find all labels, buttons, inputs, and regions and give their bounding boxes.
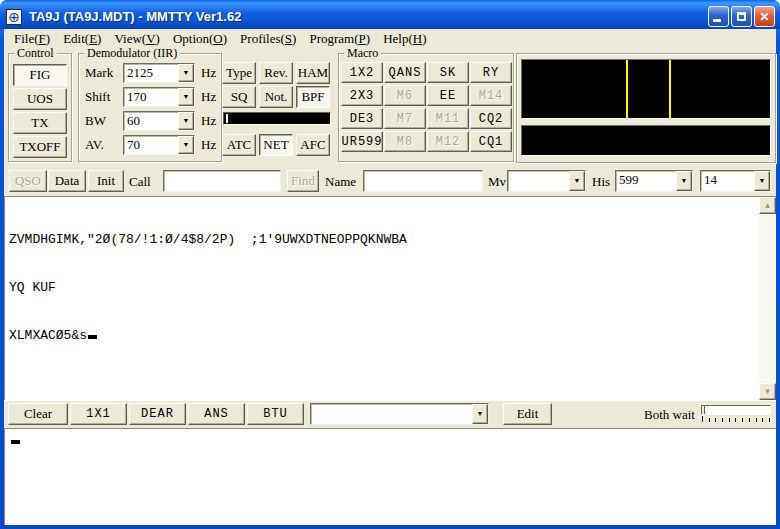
av-combo[interactable]: 70▼	[123, 135, 195, 155]
chevron-down-icon[interactable]: ▼	[178, 112, 194, 130]
menu-profiles[interactable]: Profiles(S)	[234, 29, 303, 50]
close-button[interactable]: ✕	[754, 6, 775, 27]
menu-accel: P	[359, 31, 366, 46]
rx-text-line: ZVMDHGIMK,"2Ø(78/!1:Ø/4$8/2P) ;1'9UWXDTN…	[9, 232, 774, 248]
mv-combo[interactable]: ▼	[507, 170, 586, 192]
chevron-down-icon[interactable]: ▼	[754, 171, 770, 191]
macro-m12-button: M12	[427, 131, 469, 152]
txoff-button[interactable]: TXOFF	[13, 136, 67, 158]
menu-label: File(	[14, 31, 39, 46]
afc-button[interactable]: AFC	[296, 134, 330, 156]
mark-value: 2125	[124, 64, 178, 82]
slider-thumb[interactable]	[702, 406, 705, 414]
macro-cq2-button[interactable]: CQ2	[470, 108, 512, 129]
rev-button[interactable]: Rev.	[259, 62, 293, 84]
init-button[interactable]: Init	[88, 170, 124, 192]
his-rst-value: 599	[616, 171, 676, 191]
macro-m14-button: M14	[470, 85, 512, 106]
macro-group: Macro 1X2 QANS SK RY 2X3 M6 EE M14 DE3 M…	[338, 53, 514, 162]
macro-de3-button[interactable]: DE3	[341, 108, 383, 129]
waterfall-display[interactable]	[521, 125, 771, 156]
notch-button[interactable]: Not.	[259, 86, 293, 108]
macro-qans-button[interactable]: QANS	[384, 62, 426, 83]
tx-button[interactable]: TX	[13, 112, 67, 134]
uos-button[interactable]: UOS	[13, 88, 67, 110]
menu-help[interactable]: Help(H)	[377, 29, 433, 50]
sq-button[interactable]: SQ	[222, 86, 256, 108]
macro-ry-button[interactable]: RY	[470, 62, 512, 83]
macro-select-combo[interactable]: ▼	[310, 403, 489, 425]
his-rst-combo[interactable]: 599▼	[615, 170, 693, 192]
menu-label: )	[97, 31, 101, 46]
close-icon: ✕	[759, 10, 769, 24]
macro-dear-button[interactable]: DEAR	[129, 403, 186, 425]
tx-window[interactable]	[4, 428, 776, 525]
menu-accel: E	[89, 31, 97, 46]
scope-panel	[516, 53, 776, 163]
shift-combo[interactable]: 170▼	[123, 87, 195, 107]
menu-label: )	[366, 31, 370, 46]
arrow-up-icon: ▲	[764, 201, 772, 210]
menu-label: )	[223, 31, 227, 46]
dsp-row-1: Type Rev. HAM	[222, 62, 332, 84]
macro-1x2-button[interactable]: 1X2	[341, 62, 383, 83]
menu-label: Edit(	[63, 31, 89, 46]
chevron-down-icon[interactable]: ▼	[472, 404, 488, 424]
macro-group-legend: Macro	[344, 46, 381, 61]
menu-label: )	[156, 31, 160, 46]
chevron-down-icon[interactable]: ▼	[178, 136, 194, 154]
chevron-down-icon[interactable]: ▼	[178, 88, 194, 106]
clear-button[interactable]: Clear	[8, 403, 68, 425]
maximize-button[interactable]	[731, 6, 752, 27]
rx-scrollbar[interactable]: ▲ ▼	[759, 197, 776, 400]
scroll-up-button[interactable]: ▲	[759, 197, 776, 214]
spectrum-display[interactable]	[521, 59, 771, 119]
menu-accel: F	[39, 31, 46, 46]
macro-2x3-button[interactable]: 2X3	[341, 85, 383, 106]
bw-combo[interactable]: 60▼	[123, 111, 195, 131]
rx-window[interactable]: ZVMDHGIMK,"2Ø(78/!1:Ø/4$8/2P) ;1'9UWXDTN…	[4, 196, 776, 400]
minimize-icon	[713, 19, 721, 22]
chevron-down-icon[interactable]: ▼	[178, 64, 194, 82]
demodulator-group-legend: Demodulator (IIR)	[84, 46, 180, 61]
bpf-button[interactable]: BPF	[296, 86, 330, 108]
type-button[interactable]: Type	[222, 62, 256, 84]
edit-button[interactable]: Edit	[503, 403, 552, 425]
shift-row: Shift 170▼ Hz	[85, 87, 216, 107]
minimize-button[interactable]	[708, 6, 729, 27]
dsp-cluster: Type Rev. HAM SQ Not. BPF ATC NET AFC	[222, 62, 332, 158]
av-row: AV. 70▼ Hz	[85, 135, 216, 155]
squelch-level-meter	[223, 112, 331, 125]
av-unit: Hz	[201, 137, 216, 153]
fig-button[interactable]: FIG	[13, 64, 67, 86]
atc-button[interactable]: ATC	[222, 134, 256, 156]
mark-combo[interactable]: 2125▼	[123, 63, 195, 83]
macro-ans-button[interactable]: ANS	[188, 403, 245, 425]
menu-label: Option(	[173, 31, 213, 46]
macro-ee-button[interactable]: EE	[427, 85, 469, 106]
both-wait-slider[interactable]	[701, 405, 771, 415]
macro-1x1-button[interactable]: 1X1	[70, 403, 127, 425]
macro-ur599-button[interactable]: UR599	[341, 131, 383, 152]
chevron-down-icon[interactable]: ▼	[676, 171, 692, 191]
chevron-down-icon[interactable]: ▼	[569, 171, 585, 191]
mv-value	[508, 171, 569, 191]
menu-label: Program(	[309, 31, 358, 46]
ham-button[interactable]: HAM	[296, 62, 330, 84]
band-combo[interactable]: 14▼	[700, 170, 771, 192]
net-button[interactable]: NET	[259, 134, 293, 156]
call-input[interactable]	[163, 170, 281, 192]
scroll-down-button[interactable]: ▼	[759, 383, 776, 400]
macro-btu-button[interactable]: BTU	[247, 403, 304, 425]
client-area: File(F) Edit(E) View(V) Option(O) Profil…	[4, 29, 776, 525]
name-input[interactable]	[363, 170, 483, 192]
data-button[interactable]: Data	[48, 170, 86, 192]
slider-ticks	[702, 418, 770, 422]
macro-sk-button[interactable]: SK	[427, 62, 469, 83]
his-label: His	[592, 174, 610, 190]
macro-cq1-button[interactable]: CQ1	[470, 131, 512, 152]
band-value: 14	[701, 171, 754, 191]
control-group-legend: Control	[14, 46, 57, 61]
title-bar[interactable]: ⊕ TA9J (TA9J.MDT) - MMTTY Ver1.62 ✕	[0, 0, 780, 29]
qso-bar: QSO Data Init Call Find Name Mv ▼ His 59…	[4, 166, 776, 196]
